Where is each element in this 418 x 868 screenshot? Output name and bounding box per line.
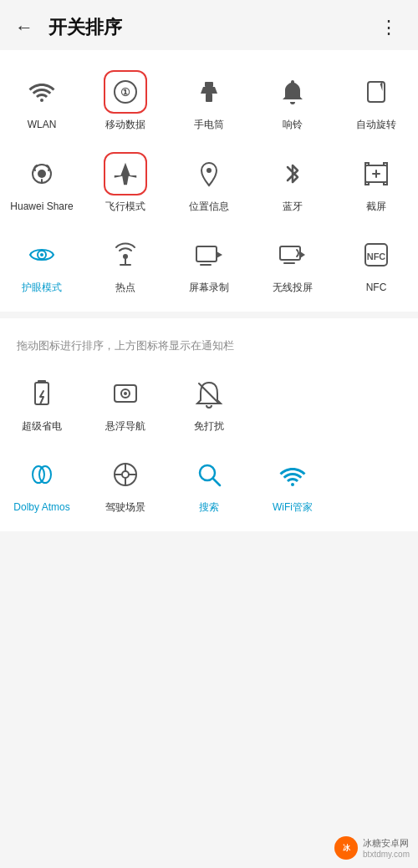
lower-section: 拖动图标进行排序，上方图标将显示在通知栏 超级省电 <box>0 318 418 531</box>
float-nav-icon <box>110 378 140 409</box>
svg-point-26 <box>124 392 127 395</box>
svg-point-6 <box>38 170 46 178</box>
svg-text:NFC: NFC <box>367 251 386 261</box>
wlan-icon <box>27 77 57 107</box>
wireless-display-icon-wrap <box>271 233 314 277</box>
placeholder3 <box>334 441 418 523</box>
wireless-display-icon <box>278 240 308 270</box>
no-disturb-item[interactable]: 免打扰 <box>167 360 251 442</box>
hotspot-icon-wrap <box>104 233 147 277</box>
float-nav-icon-wrap <box>104 372 147 415</box>
search-label: 搜索 <box>199 501 219 515</box>
bluetooth-item[interactable]: 蓝牙 <box>251 140 334 222</box>
search-icon <box>194 459 224 490</box>
no-disturb-icon <box>194 378 224 409</box>
nfc-item[interactable]: NFC NFC <box>334 221 418 303</box>
driving-icon <box>110 459 140 490</box>
svg-point-30 <box>122 471 129 478</box>
ringtone-icon-wrap <box>271 70 314 114</box>
no-disturb-label: 免打扰 <box>194 420 224 434</box>
location-icon <box>194 159 224 189</box>
screen-record-icon <box>194 240 224 270</box>
page-title: 开关排序 <box>48 15 373 40</box>
ringtone-icon <box>278 77 308 107</box>
hotspot-item[interactable]: 热点 <box>84 221 167 303</box>
mobile-data-label: 移动数据 <box>105 119 145 132</box>
more-button[interactable]: ⋮ <box>373 13 405 42</box>
no-disturb-icon-wrap <box>187 372 231 415</box>
wireless-display-item[interactable]: 无线投屏 <box>251 221 334 303</box>
eye-care-icon <box>27 240 57 270</box>
row3-grid: 护眼模式 热点 <box>0 221 418 303</box>
screen-record-item[interactable]: 屏幕录制 <box>167 221 251 303</box>
svg-rect-23 <box>38 380 46 383</box>
hint-text: 拖动图标进行排序，上方图标将显示在通知栏 <box>0 327 418 360</box>
dolby-icon <box>27 459 57 490</box>
screen-record-icon-wrap <box>187 233 231 277</box>
hotspot-label: 热点 <box>115 282 135 295</box>
huawei-share-icon <box>27 159 57 189</box>
airplane-item[interactable]: 飞行模式 <box>84 140 167 222</box>
watermark: 冰 冰糖安卓网 btxtdmy.com <box>334 836 410 860</box>
svg-rect-2 <box>205 82 213 87</box>
flashlight-item[interactable]: 手电筒 <box>167 58 251 140</box>
bluetooth-icon-wrap <box>271 152 314 195</box>
row5-grid: Dolby Atmos 驾驶场景 <box>0 441 418 523</box>
mobile-data-item[interactable]: ① 移动数据 <box>84 58 167 140</box>
location-item[interactable]: 位置信息 <box>167 140 251 222</box>
eye-care-item[interactable]: 护眼模式 <box>0 221 84 303</box>
super-save-icon <box>27 378 57 409</box>
super-save-label: 超级省电 <box>22 420 62 434</box>
wifi-manager-item[interactable]: WiFi管家 <box>251 441 334 523</box>
wifi-manager-label: WiFi管家 <box>273 501 313 515</box>
watermark-text: 冰糖安卓网 btxtdmy.com <box>363 837 410 859</box>
screenshot-item[interactable]: 截屏 <box>334 140 418 222</box>
airplane-icon <box>111 160 140 188</box>
auto-rotate-label: 自动旋转 <box>356 119 396 132</box>
watermark-url: btxtdmy.com <box>363 850 410 859</box>
location-label: 位置信息 <box>189 201 229 214</box>
row4-grid: 超级省电 悬浮导航 免打扰 <box>0 360 418 442</box>
mobile-data-icon: ① <box>111 78 140 106</box>
back-button[interactable]: ← <box>8 13 40 42</box>
huawei-share-item[interactable]: Huawei Share <box>0 140 84 222</box>
airplane-icon-wrap <box>104 152 147 195</box>
screen-record-label: 屏幕录制 <box>189 282 229 295</box>
placeholder1 <box>251 360 334 442</box>
driving-item[interactable]: 驾驶场景 <box>84 441 167 523</box>
wlan-label: WLAN <box>28 119 57 132</box>
auto-rotate-icon <box>361 77 391 107</box>
dolby-item[interactable]: Dolby Atmos <box>0 441 84 523</box>
huawei-share-icon-wrap <box>20 152 64 195</box>
screenshot-label: 截屏 <box>366 201 386 214</box>
bluetooth-icon <box>278 159 308 189</box>
eye-care-icon-wrap <box>20 233 64 277</box>
dolby-label: Dolby Atmos <box>13 501 69 515</box>
top-section: WLAN ① 移动数据 手电筒 <box>0 50 418 312</box>
watermark-logo: 冰 <box>334 836 358 860</box>
float-nav-item[interactable]: 悬浮导航 <box>84 360 167 442</box>
screenshot-icon <box>361 159 391 189</box>
ringtone-label: 响铃 <box>283 119 303 132</box>
wifi-manager-icon-wrap <box>271 453 314 496</box>
flashlight-label: 手电筒 <box>194 119 224 132</box>
flashlight-icon-wrap <box>187 70 231 114</box>
placeholder2 <box>334 360 418 442</box>
wlan-item[interactable]: WLAN <box>0 58 84 140</box>
auto-rotate-icon-wrap <box>354 70 398 114</box>
super-save-item[interactable]: 超级省电 <box>0 360 84 442</box>
super-save-icon-wrap <box>20 372 64 415</box>
nfc-icon-wrap: NFC <box>354 233 398 277</box>
search-item[interactable]: 搜索 <box>167 441 251 523</box>
svg-point-12 <box>40 253 43 256</box>
auto-rotate-item[interactable]: 自动旋转 <box>334 58 418 140</box>
ringtone-item[interactable]: 响铃 <box>251 58 334 140</box>
nfc-label: NFC <box>366 282 387 295</box>
watermark-logo-text: 冰 <box>343 843 350 854</box>
screenshot-icon-wrap <box>354 152 398 195</box>
huawei-share-label: Huawei Share <box>10 201 73 214</box>
mobile-data-icon-wrap: ① <box>104 70 147 114</box>
driving-icon-wrap <box>104 453 147 496</box>
bluetooth-label: 蓝牙 <box>283 201 303 214</box>
hotspot-icon <box>110 240 140 270</box>
